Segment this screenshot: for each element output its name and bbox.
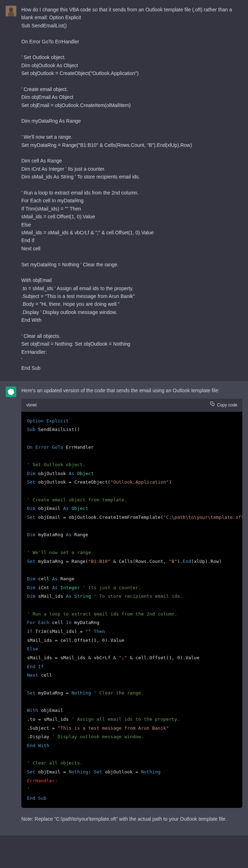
code-line: Dim sMail_ids As String ' To store recip… — [27, 592, 237, 601]
code-line: ' We'll now set a range. — [27, 548, 237, 557]
code-line: ErrHandler: — [27, 777, 237, 786]
code-line: Else — [27, 645, 237, 654]
assistant-intro: Here's an updated version of the code th… — [21, 387, 242, 394]
code-line: For Each cell In myDataRng — [27, 618, 237, 627]
code-line: .to = sMail_ids ' Assign all email ids t… — [27, 715, 237, 724]
code-line: If Trim(sMail_ids) = "" Then — [27, 627, 237, 636]
code-line — [27, 750, 237, 759]
assistant-avatar — [6, 387, 16, 397]
code-line — [27, 434, 237, 443]
code-block: vbnet Copy code Option ExplicitSub SendE… — [21, 399, 242, 808]
code-line: Set objOutlook = CreateObject("Outlook.A… — [27, 478, 237, 487]
assistant-message: Here's an updated version of the code th… — [0, 380, 248, 836]
code-line — [27, 487, 237, 496]
code-lang-label: vbnet — [26, 402, 37, 409]
assistant-content: Here's an updated version of the code th… — [21, 387, 242, 827]
code-line — [27, 522, 237, 531]
code-line: End With — [27, 741, 237, 750]
code-header: vbnet Copy code — [21, 399, 242, 411]
user-avatar — [6, 6, 16, 16]
code-line — [27, 539, 237, 548]
svg-rect-2 — [212, 404, 214, 406]
code-line: sMail_ids = sMail_ids & vbCrLf & ";" & c… — [27, 654, 237, 662]
code-line: Sub SendEmailList() — [27, 425, 237, 434]
code-line: Dim cell As Range — [27, 575, 237, 584]
code-line: .Display ' Display outlook message windo… — [27, 733, 237, 741]
code-line: Dim objOutlook As Object — [27, 469, 237, 478]
code-line: Set objEmail = Nothing: Set objOutlook =… — [27, 768, 237, 777]
user-content: How do I change this VBA code so that it… — [21, 6, 242, 372]
copy-code-button[interactable]: Copy code — [210, 401, 237, 409]
code-line: sMail_ids = cell.Offset(1, 0).Value — [27, 636, 237, 645]
clipboard-icon — [210, 401, 215, 409]
copy-code-label: Copy code — [217, 402, 237, 409]
user-text: How do I change this VBA code so that it… — [21, 6, 242, 372]
code-line: On Error GoTo ErrHandler — [27, 443, 237, 452]
code-line: End If — [27, 662, 237, 671]
code-line: Dim iCnt As Integer ' Its just a counter… — [27, 584, 237, 592]
code-line: End Sub — [27, 794, 237, 803]
code-line — [27, 452, 237, 460]
code-line: Dim objEmail As Object — [27, 504, 237, 513]
code-line — [27, 698, 237, 707]
assistant-note: Note: Replace "C:\path\to\your\template.… — [21, 815, 242, 823]
code-line: ' — [27, 785, 237, 794]
code-line: Set myDataRng = Range("B1:B10" & Cells(R… — [27, 557, 237, 566]
code-line: ' Run a loop to extract email ids from t… — [27, 610, 237, 619]
code-line: Dim myDataRng As Range — [27, 531, 237, 539]
code-body[interactable]: Option ExplicitSub SendEmailList() On Er… — [21, 412, 242, 808]
user-message: How do I change this VBA code so that it… — [0, 0, 248, 380]
code-line — [27, 680, 237, 689]
code-line: With objEmail — [27, 706, 237, 715]
code-line: Set myDataRng = Nothing ' Clear the rang… — [27, 689, 237, 698]
code-line — [27, 566, 237, 575]
code-line: ' Set Outlook object. — [27, 460, 237, 469]
code-line: .Subject = "This is a test message from … — [27, 724, 237, 733]
code-line: Next cell — [27, 671, 237, 680]
code-line: Option Explicit — [27, 417, 237, 426]
code-line: ' Clear all objects. — [27, 759, 237, 768]
code-line — [27, 601, 237, 610]
code-line: ' Create email object from template. — [27, 496, 237, 505]
code-line: Set objEmail = objOutlook.CreateItemFrom… — [27, 513, 237, 522]
